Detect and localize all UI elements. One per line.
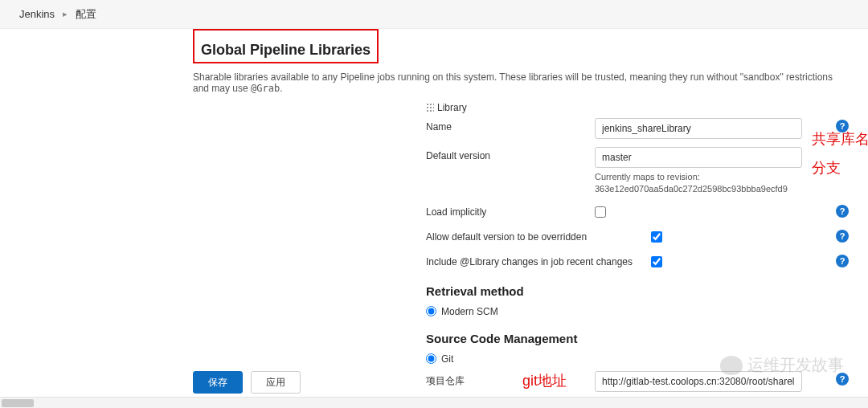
- save-button[interactable]: 保存: [193, 371, 243, 394]
- footer-actions: 保存 应用: [193, 371, 301, 394]
- help-icon[interactable]: ?: [836, 205, 849, 218]
- library-header: Library: [426, 102, 849, 113]
- label-repo: 项目仓库: [426, 371, 595, 388]
- row-include-changes: Include @Library changes in job recent c…: [426, 253, 849, 270]
- revision-note: Currently maps to revision: 363e12ed070a…: [595, 171, 804, 195]
- label-modern-scm: Modern SCM: [441, 306, 498, 317]
- breadcrumb-current: 配置: [76, 7, 96, 22]
- label-load-implicitly: Load implicitly: [426, 203, 595, 218]
- library-header-label: Library: [437, 102, 467, 113]
- page-scroll[interactable]: Jenkins ▸ 配置 Global Pipeline Libraries S…: [0, 0, 868, 408]
- row-allow-override: Allow default version to be overridden ?: [426, 228, 849, 245]
- help-icon[interactable]: ?: [836, 373, 849, 386]
- help-icon[interactable]: ?: [836, 255, 849, 267]
- label-include-changes: Include @Library changes in job recent c…: [426, 253, 651, 267]
- checkbox-include-changes[interactable]: [651, 256, 662, 267]
- input-default-version[interactable]: [595, 147, 802, 168]
- scm-title: Source Code Management: [426, 332, 849, 345]
- horizontal-scrollbar[interactable]: [0, 397, 868, 408]
- scrollbar-thumb[interactable]: [2, 399, 34, 407]
- row-load-implicitly: Load implicitly ?: [426, 203, 849, 220]
- breadcrumb-root-link[interactable]: Jenkins: [19, 8, 55, 20]
- checkbox-allow-override[interactable]: [651, 231, 662, 243]
- label-name: Name: [426, 118, 595, 133]
- retrieval-title: Retrieval method: [426, 284, 849, 298]
- input-repo-url[interactable]: [595, 371, 802, 392]
- radio-git[interactable]: [426, 353, 436, 364]
- section-description: Sharable libraries available to any Pipe…: [193, 71, 849, 94]
- breadcrumb: Jenkins ▸ 配置: [0, 0, 868, 29]
- label-git: Git: [441, 353, 453, 365]
- library-block: Library Name ? 共享库名字 Default version Cur…: [426, 102, 849, 408]
- label-allow-override: Allow default version to be overridden: [426, 228, 651, 243]
- row-modern-scm: Modern SCM: [426, 306, 849, 317]
- help-icon[interactable]: ?: [836, 120, 849, 133]
- help-icon[interactable]: ?: [836, 230, 849, 243]
- chevron-right-icon: ▸: [63, 9, 68, 19]
- section-title: Global Pipeline Libraries: [198, 37, 374, 62]
- input-library-name[interactable]: [595, 118, 802, 139]
- row-library-name: Name ? 共享库名字: [426, 118, 849, 139]
- apply-button[interactable]: 应用: [251, 371, 301, 394]
- row-default-version: Default version Currently maps to revisi…: [426, 147, 849, 195]
- highlight-box: Global Pipeline Libraries: [193, 29, 379, 63]
- radio-modern-scm[interactable]: [426, 306, 436, 316]
- drag-handle-icon[interactable]: [426, 103, 434, 112]
- row-repo: 项目仓库 ? git地址: [426, 371, 849, 392]
- label-default-version: Default version: [426, 147, 595, 161]
- checkbox-load-implicitly[interactable]: [595, 206, 606, 218]
- main-content: Global Pipeline Libraries Sharable libra…: [0, 29, 868, 408]
- row-git: Git: [426, 353, 849, 365]
- annotation-branch: 分支: [812, 158, 841, 177]
